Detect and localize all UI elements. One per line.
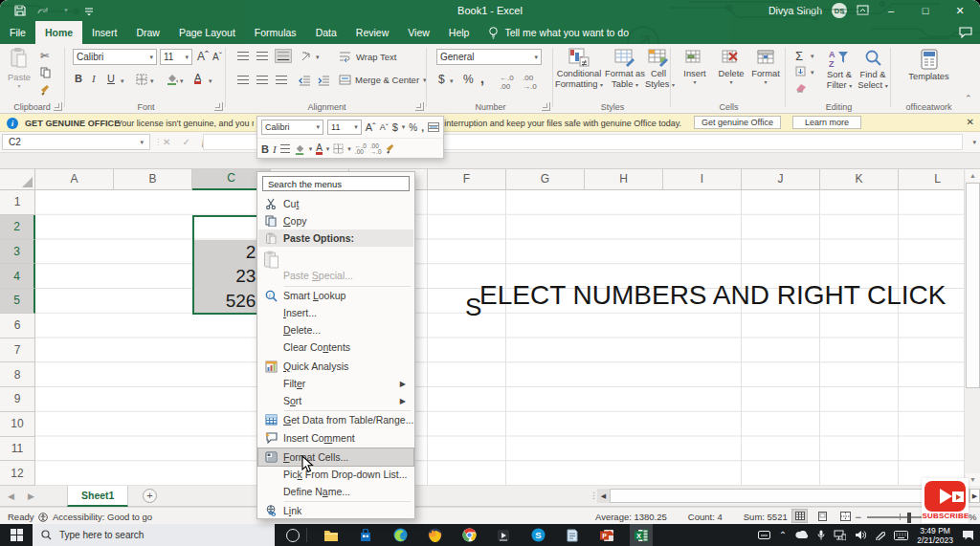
fill-dropdown-icon[interactable]: ▾	[811, 69, 814, 76]
get-genuine-office-button[interactable]: Get genuine Office	[694, 116, 781, 129]
column-header-F[interactable]: F	[428, 169, 506, 190]
mini-accounting-dropdown-icon[interactable]: ▾	[402, 123, 406, 131]
format-cells-button[interactable]: Format▾	[749, 50, 782, 85]
shrink-font-icon[interactable]: Aˇ	[212, 52, 222, 62]
mini-grow-font-icon[interactable]: Aˆ	[366, 121, 376, 133]
tab-page-layout[interactable]: Page Layout	[169, 21, 245, 44]
autosum-dropdown-icon[interactable]: ▾	[811, 53, 814, 60]
chrome-icon[interactable]	[457, 524, 480, 546]
row-header-8[interactable]: 8	[0, 362, 35, 387]
maximize-button[interactable]: □	[913, 1, 938, 20]
font-size-select[interactable]: 11▾	[160, 49, 192, 65]
menu-item-filter[interactable]: Filter▶	[258, 375, 413, 392]
tab-file[interactable]: File	[0, 21, 35, 44]
new-sheet-icon[interactable]: +	[143, 489, 157, 503]
action-center-icon[interactable]	[962, 530, 974, 540]
powerpoint-icon[interactable]: P	[595, 524, 618, 546]
minimize-button[interactable]: –	[879, 1, 903, 20]
row-header-7[interactable]: 7	[0, 339, 35, 363]
zoom-percentage[interactable]: %	[969, 512, 976, 522]
comma-style-icon[interactable]: ,	[480, 71, 484, 86]
tab-formulas[interactable]: Formulas	[245, 21, 306, 44]
row-header-2[interactable]: 2	[0, 215, 35, 240]
tab-help[interactable]: Help	[439, 21, 479, 44]
microphone-icon[interactable]	[817, 530, 825, 540]
user-name[interactable]: Divya Singh	[768, 5, 822, 16]
name-box-splitter[interactable]: ⋮	[154, 138, 162, 146]
font-color-icon[interactable]: A	[194, 72, 201, 84]
mini-percent-icon[interactable]: %	[409, 122, 417, 133]
fill-icon[interactable]	[795, 66, 806, 76]
sheet-tab[interactable]: Sheet1	[67, 486, 128, 507]
volume-icon[interactable]	[855, 530, 866, 540]
merge-center-button[interactable]: Merge & Center ▾	[339, 75, 427, 85]
subscribe-label[interactable]: SUBSCRIBE	[922, 512, 969, 520]
format-as-table-button[interactable]: Format asTable ▾	[604, 48, 646, 91]
store-icon[interactable]	[354, 524, 377, 546]
menu-item-get-data-from-table-range[interactable]: Get Data from Table/Range...	[258, 411, 413, 428]
zoom-out-icon[interactable]: −	[855, 511, 861, 524]
notepad-icon[interactable]	[561, 524, 584, 546]
top-align-icon[interactable]	[237, 52, 249, 60]
sort-filter-button[interactable]: AZ Sort &Filter ▾	[822, 49, 857, 92]
italic-button[interactable]: I	[92, 73, 96, 84]
prev-sheet-icon[interactable]: ◀	[8, 491, 14, 501]
fill-color-dropdown-icon[interactable]: ▾	[180, 77, 184, 85]
column-header-J[interactable]: J	[742, 169, 820, 190]
normal-view-icon[interactable]	[792, 510, 807, 522]
onedrive-icon[interactable]	[795, 531, 809, 539]
avatar[interactable]: DS	[832, 3, 847, 18]
menu-item-paste-options[interactable]: Paste Options:	[258, 229, 413, 247]
format-painter-icon[interactable]	[40, 84, 52, 96]
wrap-text-button[interactable]: Wrap Text	[339, 52, 396, 62]
number-dialog-launcher-icon[interactable]	[542, 102, 550, 111]
ime-icon[interactable]	[758, 531, 770, 539]
align-center-icon[interactable]	[256, 76, 268, 84]
horizontal-scrollbar[interactable]	[610, 489, 969, 503]
scroll-right-icon[interactable]: ▶	[969, 489, 980, 503]
column-header-H[interactable]: H	[585, 169, 663, 190]
column-header-K[interactable]: K	[820, 169, 899, 190]
menu-item-sort[interactable]: Sort▶	[258, 392, 413, 409]
tab-review[interactable]: Review	[346, 21, 398, 44]
message-bar-close-icon[interactable]: ✕	[967, 117, 974, 127]
bottom-align-icon[interactable]	[276, 50, 291, 62]
comments-icon[interactable]	[959, 25, 972, 42]
accounting-dropdown-icon[interactable]: ▾	[450, 77, 454, 85]
font-color-dropdown-icon[interactable]: ▾	[209, 77, 212, 85]
scroll-left-icon[interactable]: ◀	[597, 489, 610, 503]
taskbar-search[interactable]: Type here to search	[33, 524, 275, 546]
menu-item-clear-contents[interactable]: Clear Contents	[258, 339, 413, 356]
mini-font-name-select[interactable]: Calibri▾	[261, 120, 323, 135]
row-header-1[interactable]: 1	[0, 190, 35, 215]
mini-align-icon[interactable]	[280, 144, 290, 153]
edge-icon[interactable]	[389, 524, 412, 546]
increase-decimal-icon[interactable]: ←.0.00	[500, 74, 514, 91]
start-button[interactable]	[0, 524, 33, 546]
menu-item-insert[interactable]: Insert...	[258, 304, 413, 321]
menu-item-define-name[interactable]: Define Name...	[258, 483, 413, 500]
name-box[interactable]: C2▾	[2, 134, 150, 150]
orientation-icon[interactable]	[301, 50, 313, 62]
align-right-icon[interactable]	[276, 76, 287, 84]
page-layout-view-icon[interactable]	[815, 510, 830, 522]
alignment-dialog-launcher-icon[interactable]	[415, 102, 424, 111]
cell-styles-button[interactable]: CellStyles ▾	[645, 48, 672, 91]
menu-item-pick-from-drop-down-list[interactable]: Pick From Drop-down List...	[258, 466, 413, 483]
column-header-G[interactable]: G	[506, 169, 585, 190]
status-accessibility[interactable]: Accessibility: Good to go	[38, 512, 152, 522]
menu-item-delete[interactable]: Delete...	[258, 321, 413, 339]
orientation-dropdown-icon[interactable]: ▾	[316, 54, 320, 61]
taskbar-clock[interactable]: 3:49 PM 2/21/2023	[917, 526, 953, 545]
tab-draw[interactable]: Draw	[126, 21, 169, 44]
enter-formula-icon[interactable]: ✓	[182, 137, 189, 147]
cell-grid[interactable]	[35, 190, 964, 486]
mini-format-painter-icon[interactable]	[386, 143, 396, 154]
row-header-10[interactable]: 10	[0, 412, 35, 437]
zoom-handle[interactable]	[907, 513, 911, 523]
column-header-A[interactable]: A	[35, 169, 114, 190]
scroll-up-icon[interactable]: ▲	[966, 169, 980, 182]
font-dialog-launcher-icon[interactable]	[214, 102, 223, 111]
menu-item-cut[interactable]: Cut	[258, 195, 413, 212]
mini-font-color-dropdown-icon[interactable]: ▾	[326, 145, 330, 153]
